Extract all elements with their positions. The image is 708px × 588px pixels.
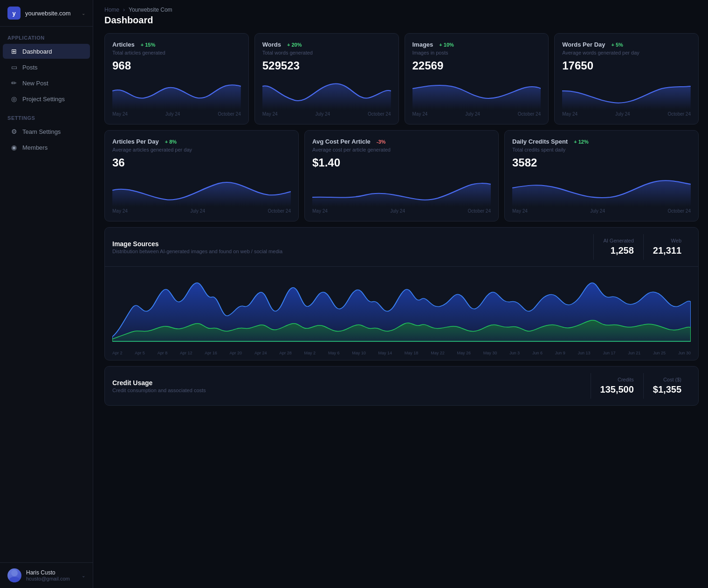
web-value: 21,311 — [653, 245, 681, 256]
svg-point-1 — [9, 577, 20, 582]
sidebar-item-team-settings[interactable]: ⚙ Team Settings — [3, 124, 90, 139]
words-card-badge: + 20% — [285, 42, 304, 48]
words-per-day-card: Words Per Day + 5% Average words generat… — [554, 33, 699, 125]
dashboard-icon: ⊞ — [10, 48, 18, 55]
image-sources-subtitle: Distribution between AI-generated images… — [112, 249, 593, 254]
breadcrumb-current: Yourwebsite Com — [129, 7, 172, 13]
ai-generated-value: 1,258 — [603, 245, 633, 256]
cost-value: $1,355 — [653, 384, 681, 395]
articles-per-day-card: Articles Per Day + 8% Average articles g… — [104, 130, 299, 221]
images-card-value: 22569 — [412, 59, 541, 72]
sidebar-header[interactable]: y yourwebsite.com ⌄ — [0, 0, 93, 27]
image-sources-card: Image Sources Distribution between AI-ge… — [104, 227, 699, 360]
stat-cards-row2: Articles Per Day + 8% Average articles g… — [104, 130, 699, 221]
credit-usage-stats: Credits 135,500 Cost ($) $1,355 — [591, 373, 691, 399]
ac-card-subtitle: Average cost per article generated — [312, 147, 491, 152]
words-mini-chart — [262, 77, 391, 110]
daily-credits-card: Daily Credits Spent + 12% Total credits … — [504, 130, 699, 221]
sidebar-item-label: New Post — [22, 80, 48, 87]
sidebar-item-label: Team Settings — [22, 128, 61, 135]
main-content: Home › Yourwebsite Com Dashboard Article… — [93, 0, 708, 588]
sidebar-item-new-post[interactable]: ✏ New Post — [3, 76, 90, 90]
credit-usage-header: Credit Usage Credit consumption and asso… — [105, 367, 698, 405]
credit-usage-title: Credit Usage — [112, 379, 591, 387]
credits-stat: Credits 135,500 — [591, 373, 643, 399]
apd-card-subtitle: Average articles generated per day — [112, 147, 291, 152]
images-mini-chart — [412, 77, 541, 110]
wpd-mini-chart — [562, 77, 691, 110]
credits-label: Credits — [600, 377, 634, 382]
ai-generated-label: AI Generated — [603, 238, 633, 243]
dc-card-badge: + 12% — [571, 138, 591, 145]
image-sources-stats: AI Generated 1,258 Web 21,311 — [593, 234, 691, 260]
members-icon: ◉ — [10, 144, 18, 151]
ac-card-badge: -3% — [374, 138, 388, 145]
avatar — [7, 568, 21, 582]
words-card: Words + 20% Total words generated 529523 — [254, 33, 399, 125]
wpd-card-subtitle: Average words generated per day — [562, 50, 691, 55]
footer-email: hcusto@gmail.com — [26, 576, 77, 581]
words-card-value: 529523 — [262, 59, 391, 72]
apd-card-title: Articles Per Day — [112, 138, 159, 145]
ac-card-title: Avg Cost Per Article — [312, 138, 371, 145]
project-settings-icon: ◎ — [10, 95, 18, 103]
wpd-card-value: 17650 — [562, 59, 691, 72]
web-label: Web — [653, 238, 681, 243]
avg-cost-card: Avg Cost Per Article -3% Average cost pe… — [304, 130, 499, 221]
sidebar-item-dashboard[interactable]: ⊞ Dashboard — [3, 44, 90, 59]
apd-chart-labels: May 24 July 24 October 24 — [112, 208, 291, 214]
ac-mini-chart — [312, 174, 491, 207]
images-card-badge: + 10% — [437, 42, 456, 48]
sidebar-footer[interactable]: Haris Custo hcusto@gmail.com ⌄ — [0, 562, 93, 588]
images-chart-labels: May 24 July 24 October 24 — [412, 111, 541, 117]
image-sources-title: Image Sources — [112, 240, 593, 248]
wpd-chart-labels: May 24 July 24 October 24 — [562, 111, 691, 117]
sidebar-item-posts[interactable]: ▭ Posts — [3, 60, 90, 75]
sidebar-item-label: Posts — [22, 64, 38, 71]
words-card-title: Words — [262, 41, 281, 48]
articles-mini-chart — [112, 77, 241, 110]
sidebar-item-project-settings[interactable]: ◎ Project Settings — [3, 91, 90, 106]
ai-generated-stat: AI Generated 1,258 — [593, 234, 643, 260]
team-settings-icon: ⚙ — [10, 128, 18, 135]
articles-card-badge: + 15% — [138, 42, 158, 48]
page-title: Dashboard — [104, 15, 699, 26]
area-chart-labels: Apr 2 Apr 5 Apr 8 Apr 12 Apr 16 Apr 20 A… — [112, 348, 691, 360]
dc-card-subtitle: Total credits spent daily — [512, 147, 691, 152]
dc-card-value: 3582 — [512, 156, 691, 169]
apd-card-value: 36 — [112, 156, 291, 169]
wpd-card-badge: + 5% — [609, 42, 626, 48]
sidebar-site-avatar: y — [7, 7, 21, 20]
dc-card-title: Daily Credits Spent — [512, 138, 568, 145]
new-post-icon: ✏ — [10, 79, 18, 87]
wpd-card-title: Words Per Day — [562, 41, 605, 48]
words-chart-labels: May 24 July 24 October 24 — [262, 111, 391, 117]
apd-mini-chart — [112, 174, 291, 207]
posts-icon: ▭ — [10, 63, 18, 71]
sidebar-settings-section: Settings — [0, 107, 93, 124]
breadcrumb-home[interactable]: Home — [104, 7, 119, 13]
images-card-title: Images — [412, 41, 433, 48]
sidebar: y yourwebsite.com ⌄ Application ⊞ Dashbo… — [0, 0, 93, 588]
breadcrumb: Home › Yourwebsite Com — [104, 0, 699, 15]
sidebar-item-members[interactable]: ◉ Members — [3, 140, 90, 155]
images-card: Images + 10% Images in posts 22569 — [405, 33, 549, 125]
cost-label: Cost ($) — [653, 377, 681, 382]
credit-usage-card: Credit Usage Credit consumption and asso… — [104, 366, 699, 406]
stat-cards-row1: Articles + 15% Total articles generated … — [104, 33, 699, 125]
svg-point-0 — [11, 570, 18, 576]
footer-user-info: Haris Custo hcusto@gmail.com — [26, 569, 77, 581]
image-sources-header: Image Sources Distribution between AI-ge… — [105, 228, 698, 267]
sidebar-item-label: Dashboard — [22, 48, 52, 55]
articles-card-title: Articles — [112, 41, 135, 48]
image-sources-chart: Apr 2 Apr 5 Apr 8 Apr 12 Apr 16 Apr 20 A… — [105, 267, 698, 360]
ac-card-value: $1.40 — [312, 156, 491, 169]
articles-chart-labels: May 24 July 24 October 24 — [112, 111, 241, 117]
breadcrumb-separator: › — [123, 7, 125, 13]
dc-chart-labels: May 24 July 24 October 24 — [512, 208, 691, 214]
articles-card: Articles + 15% Total articles generated … — [104, 33, 249, 125]
credit-usage-subtitle: Credit consumption and associated costs — [112, 387, 591, 393]
footer-name: Haris Custo — [26, 569, 77, 576]
sidebar-site-name: yourwebsite.com — [25, 10, 71, 17]
credits-value: 135,500 — [600, 384, 634, 395]
